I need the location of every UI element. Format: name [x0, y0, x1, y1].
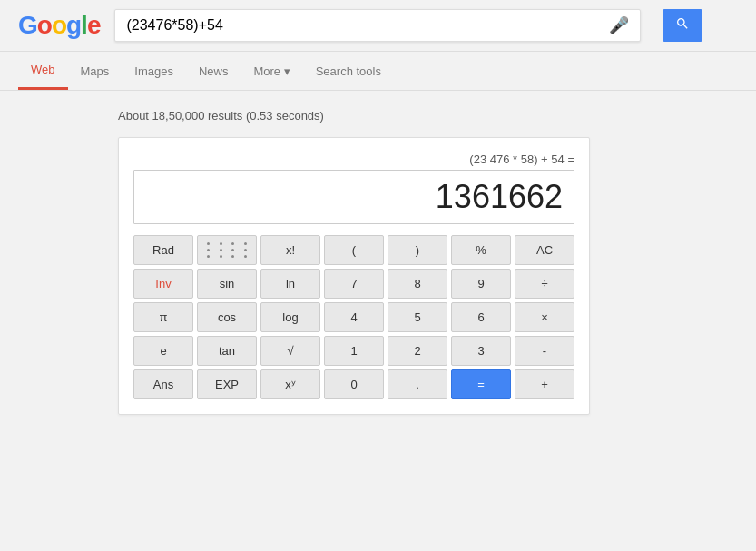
calc-btn--[interactable]: √ — [260, 336, 320, 366]
calc-expression: (23 476 * 58) + 54 = — [133, 153, 574, 166]
calc-btn-e[interactable]: e — [133, 336, 193, 366]
nav-item-more[interactable]: More ▾ — [241, 54, 302, 89]
calc-btn-ln[interactable]: ln — [260, 269, 320, 299]
calc-btn--[interactable]: - — [515, 336, 574, 366]
calc-btn-1[interactable]: 1 — [324, 336, 384, 366]
calc-btn-dots[interactable] — [197, 235, 257, 265]
calc-btn-exp[interactable]: EXP — [197, 369, 257, 399]
calc-btn--[interactable]: . — [388, 369, 447, 399]
nav-item-web[interactable]: Web — [18, 52, 68, 90]
search-button[interactable] — [663, 9, 702, 42]
results-count: About 18,50,000 results (0.53 seconds) — [118, 109, 738, 123]
search-icon — [675, 16, 690, 31]
calc-btn--[interactable]: × — [515, 302, 574, 332]
calc-btn-tan[interactable]: tan — [197, 336, 257, 366]
main-nav: Web Maps Images News More ▾ Search tools — [0, 52, 756, 91]
calc-btn-5[interactable]: 5 — [388, 302, 447, 332]
header: Google (23476*58)+54 🎤 — [0, 0, 756, 52]
calc-btn-cos[interactable]: cos — [197, 302, 257, 332]
search-input[interactable]: (23476*58)+54 — [126, 17, 602, 34]
calc-btn-ans[interactable]: Ans — [133, 369, 193, 399]
nav-item-news[interactable]: News — [186, 54, 241, 89]
calculator: (23 476 * 58) + 54 = 1361662 Radx!()%ACI… — [118, 137, 590, 415]
calc-btn-7[interactable]: 7 — [324, 269, 384, 299]
calc-btn--[interactable]: ÷ — [515, 269, 574, 299]
nav-item-maps[interactable]: Maps — [68, 54, 123, 89]
calc-btn-rad[interactable]: Rad — [133, 235, 193, 265]
calc-btn-x-[interactable]: xʸ — [260, 369, 320, 399]
calc-btn-inv[interactable]: Inv — [133, 269, 193, 299]
nav-item-search-tools[interactable]: Search tools — [303, 54, 394, 89]
calc-btn--[interactable]: ( — [324, 235, 384, 265]
calc-btn-9[interactable]: 9 — [451, 269, 511, 299]
calc-btn--[interactable]: ) — [388, 235, 447, 265]
calc-btn-log[interactable]: log — [260, 302, 320, 332]
calc-btn-sin[interactable]: sin — [197, 269, 257, 299]
calc-btn-8[interactable]: 8 — [388, 269, 447, 299]
main-content: About 18,50,000 results (0.53 seconds) (… — [0, 91, 756, 433]
calc-buttons: Radx!()%ACInvsinln789÷πcoslog456×etan√12… — [133, 235, 574, 399]
mic-icon[interactable]: 🎤 — [609, 15, 629, 35]
search-bar: (23476*58)+54 🎤 — [114, 9, 641, 42]
calc-btn-2[interactable]: 2 — [388, 336, 447, 366]
calc-btn-ac[interactable]: AC — [515, 235, 574, 265]
calc-btn-4[interactable]: 4 — [324, 302, 384, 332]
calc-btn--[interactable]: = — [451, 369, 511, 399]
nav-item-images[interactable]: Images — [122, 54, 186, 89]
calc-display: 1361662 — [133, 170, 574, 224]
calc-btn-x-[interactable]: x! — [260, 235, 320, 265]
calc-btn-3[interactable]: 3 — [451, 336, 511, 366]
calc-btn--[interactable]: π — [133, 302, 193, 332]
calc-btn-6[interactable]: 6 — [451, 302, 511, 332]
calc-btn--[interactable]: % — [451, 235, 511, 265]
calc-btn-0[interactable]: 0 — [324, 369, 384, 399]
google-logo[interactable]: Google — [18, 11, 100, 40]
calc-btn--[interactable]: + — [515, 369, 574, 399]
